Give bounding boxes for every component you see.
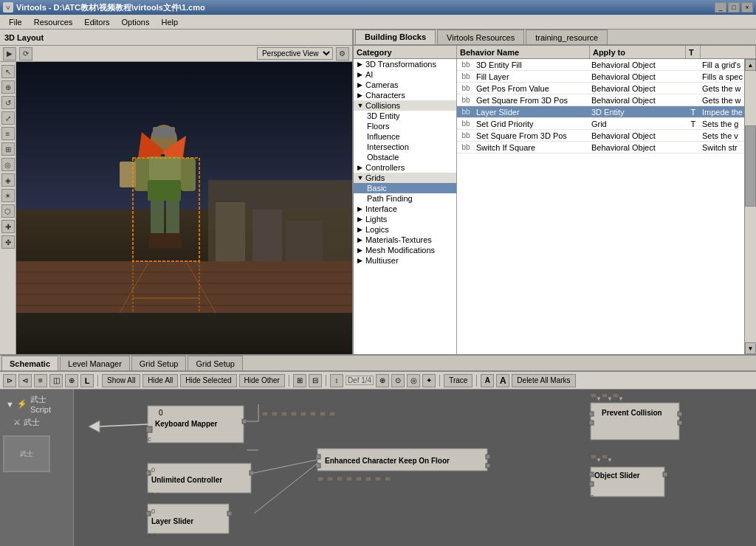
- bb-row-2[interactable]: bb Get Pos From Value Behavioral Object …: [457, 83, 744, 94]
- tree-3dentity[interactable]: 3D Entity: [354, 111, 456, 121]
- row-prefix: bb: [457, 61, 475, 69]
- toolbar-icon-12[interactable]: ✦: [422, 374, 436, 387]
- maximize-button[interactable]: □: [728, 2, 740, 13]
- tree-script-child[interactable]: ⚔ 武士: [3, 415, 70, 429]
- bb-row-0[interactable]: bb 3D Entity Fill Behavioral Object Fill…: [457, 59, 744, 71]
- tree-script-root[interactable]: ▼ ⚡ 武士 Script: [3, 393, 70, 415]
- titlebar-controls[interactable]: _ □ ×: [715, 2, 753, 13]
- tool-cursor[interactable]: ✤: [1, 235, 15, 249]
- show-all-button[interactable]: Show All: [102, 374, 140, 387]
- svg-text:s: s: [591, 493, 594, 500]
- bb-row-5[interactable]: bb Set Grid Priority Grid T Sets the g: [457, 118, 744, 130]
- bb-row-6[interactable]: bb Set Square From 3D Pos Behavioral Obj…: [457, 130, 744, 142]
- toolbar-icon-9[interactable]: ⊕: [376, 374, 389, 387]
- bb-row-1[interactable]: bb Fill Layer Behavioral Object Fills a …: [457, 71, 744, 83]
- tool-wire[interactable]: ⬡: [1, 204, 15, 218]
- toolbar-icon-a2[interactable]: A: [496, 374, 509, 387]
- schematic-content: ▼ ⚡ 武士 Script ⚔ 武士 武士: [0, 390, 756, 546]
- tab-virtools-resources[interactable]: Virtools Resources: [437, 30, 524, 44]
- tree-logics[interactable]: ▶ Logics: [354, 224, 456, 235]
- tool-rotate[interactable]: ↺: [1, 96, 15, 109]
- delete-marks-button[interactable]: Delete All Marks: [512, 374, 575, 387]
- tab-building-blocks[interactable]: Building Blocks: [355, 30, 436, 44]
- menu-options[interactable]: Options: [116, 16, 156, 28]
- minimize-button[interactable]: _: [715, 2, 726, 13]
- tree-influence[interactable]: Influence: [354, 131, 456, 142]
- tree-interface[interactable]: ▶ Interface: [354, 204, 456, 214]
- tree-characters[interactable]: ▶ Characters: [354, 90, 456, 100]
- hide-other-button[interactable]: Hide Other: [239, 374, 285, 387]
- bb-table-header: Category Behavior Name Apply to T: [354, 46, 756, 59]
- tree-mesh[interactable]: ▶ Mesh Modifications: [354, 245, 456, 255]
- row-name: Set Grid Priority: [475, 120, 590, 128]
- tab-grid-setup-1[interactable]: Grid Setup: [131, 356, 187, 370]
- schematic-svg: 0 Keyboard Mapper c 0: [74, 390, 753, 546]
- row-desc: Gets the w: [701, 96, 744, 105]
- trace-button[interactable]: Trace: [444, 374, 472, 387]
- tree-materials[interactable]: ▶ Materials-Textures: [354, 235, 456, 245]
- tree-lights[interactable]: ▶ Lights: [354, 214, 456, 224]
- tool-layer[interactable]: ≡: [1, 127, 15, 140]
- char-icon: ⚔: [13, 418, 21, 427]
- bb-row-3[interactable]: bb Get Square From 3D Pos Behavioral Obj…: [457, 94, 744, 106]
- menu-editors[interactable]: Editors: [78, 16, 115, 28]
- menu-file[interactable]: File: [3, 16, 28, 28]
- toolbar-btn-2[interactable]: ⟳: [19, 47, 32, 61]
- tool-cam1[interactable]: ◎: [1, 158, 15, 171]
- toolbar-icon-10[interactable]: ⊙: [391, 374, 405, 387]
- tab-schematic[interactable]: Schematic: [1, 356, 58, 370]
- tab-grid-setup-2[interactable]: Grid Setup: [188, 356, 243, 370]
- toolbar-icon-2[interactable]: ⊲: [18, 374, 32, 387]
- toolbar-icon-6[interactable]: ⊞: [293, 374, 306, 387]
- tree-ai[interactable]: ▶ AI: [354, 69, 456, 80]
- tree-cameras[interactable]: ▶ Cameras: [354, 80, 456, 90]
- tool-move[interactable]: ⊕: [1, 80, 15, 94]
- hide-selected-button[interactable]: Hide Selected: [180, 374, 236, 387]
- scroll-down-btn[interactable]: ▼: [745, 342, 756, 354]
- toolbar-icon-l[interactable]: L: [80, 374, 94, 387]
- tree-intersection[interactable]: Intersection: [354, 142, 456, 152]
- script-box: 武士: [3, 435, 50, 472]
- tool-select[interactable]: ↖: [1, 65, 15, 78]
- tool-grid[interactable]: ⊞: [1, 142, 15, 156]
- scroll-up-btn[interactable]: ▲: [745, 59, 756, 71]
- toolbar-icon-4[interactable]: ◫: [49, 374, 63, 387]
- toolbar-icon-11[interactable]: ◎: [407, 374, 420, 387]
- tab-training-resource[interactable]: training_resource: [526, 30, 608, 44]
- tree-collisions[interactable]: ▼ Collisions: [354, 100, 456, 111]
- toolbar-icon-8[interactable]: ↕: [330, 374, 343, 387]
- toolbar-icon-3[interactable]: ≡: [34, 374, 47, 387]
- tool-scale[interactable]: ⤢: [1, 111, 15, 125]
- toolbar-icon-a1[interactable]: A: [481, 374, 494, 387]
- toolbar-icon-5[interactable]: ⊕: [65, 374, 78, 387]
- tree-multiuser[interactable]: ▶ Multiuser: [354, 255, 456, 266]
- hide-all-button[interactable]: Hide All: [142, 374, 178, 387]
- tool-light[interactable]: ☀: [1, 189, 15, 202]
- toolbar-icon-1[interactable]: ⊳: [3, 374, 16, 387]
- col-desc: [701, 46, 756, 58]
- tree-grids[interactable]: ▼ Grids: [354, 173, 456, 183]
- view-select[interactable]: Perspective View: [257, 47, 333, 60]
- bb-row-4[interactable]: bb Layer Slider 3D Entity T Impede the: [457, 106, 744, 118]
- scroll-thumb[interactable]: [745, 125, 756, 207]
- tree-obstacle[interactable]: Obstacle: [354, 152, 456, 162]
- svg-rect-46: [300, 412, 306, 416]
- tree-3dtransformations[interactable]: ▶ 3D Transformations: [354, 59, 456, 69]
- svg-rect-92: [589, 482, 594, 486]
- toolbar-btn-1[interactable]: ▶: [3, 47, 16, 61]
- svg-text:Layer Slider: Layer Slider: [151, 517, 193, 525]
- toolbar-settings[interactable]: ⚙: [336, 47, 349, 61]
- tab-level-manager[interactable]: Level Manager: [60, 356, 130, 370]
- bb-row-7[interactable]: bb Switch If Square Behavioral Object Sw…: [457, 142, 744, 153]
- close-button[interactable]: ×: [741, 2, 753, 13]
- tool-add[interactable]: ✚: [1, 220, 15, 233]
- tree-pathfinding[interactable]: Path Finding: [354, 193, 456, 204]
- tree-controllers[interactable]: ▶ Controllers: [354, 162, 456, 173]
- toolbar-icon-7[interactable]: ⊟: [309, 374, 322, 387]
- menu-resources[interactable]: Resources: [28, 16, 79, 28]
- tree-basic[interactable]: Basic: [354, 183, 456, 193]
- tree-floors[interactable]: Floors: [354, 121, 456, 131]
- tool-cam2[interactable]: ◈: [1, 173, 15, 187]
- menu-help[interactable]: Help: [155, 16, 184, 28]
- bb-scrollbar[interactable]: ▲ ▼: [744, 59, 756, 354]
